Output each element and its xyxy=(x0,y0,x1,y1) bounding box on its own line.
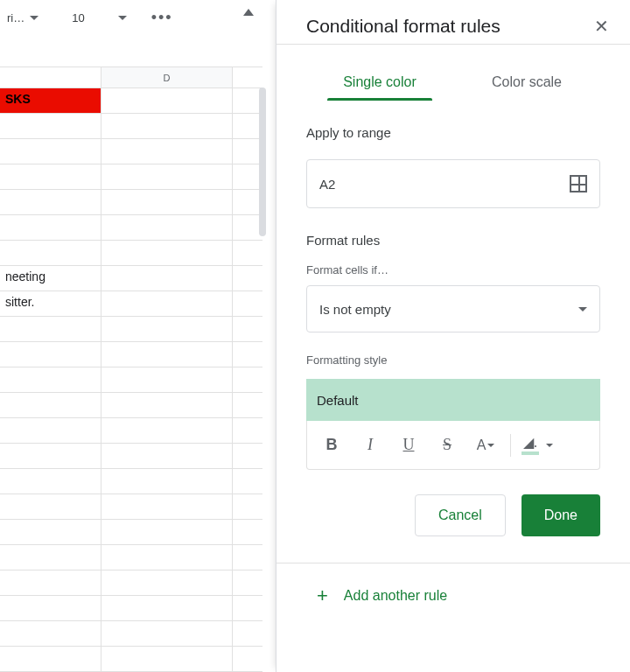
cell[interactable] xyxy=(102,291,233,316)
panel-title: Conditional format rules xyxy=(306,16,500,37)
table-row[interactable] xyxy=(0,190,262,215)
cell[interactable] xyxy=(0,342,102,367)
column-header-D[interactable]: D xyxy=(102,67,233,88)
cell[interactable] xyxy=(102,317,233,341)
cell[interactable] xyxy=(102,494,233,519)
table-row[interactable] xyxy=(0,520,262,545)
table-row[interactable] xyxy=(0,621,262,647)
cell[interactable] xyxy=(0,190,102,214)
text-color-button[interactable]: A xyxy=(468,429,503,462)
font-family-value: ri… xyxy=(7,11,24,24)
font-size-dropdown[interactable]: 10 xyxy=(65,11,133,24)
cell[interactable] xyxy=(0,494,102,519)
cell[interactable] xyxy=(102,418,233,443)
table-row[interactable] xyxy=(0,418,262,444)
table-row[interactable]: SKS xyxy=(0,88,262,114)
cell[interactable] xyxy=(0,215,102,240)
table-row[interactable] xyxy=(0,647,262,672)
tab-single-color[interactable]: Single color xyxy=(306,67,453,101)
table-row[interactable]: neeting xyxy=(0,266,262,291)
cell[interactable] xyxy=(0,570,102,595)
cell[interactable] xyxy=(0,164,102,189)
table-row[interactable] xyxy=(0,494,262,520)
cancel-button[interactable]: Cancel xyxy=(415,494,506,536)
table-row[interactable] xyxy=(0,444,262,469)
cell[interactable] xyxy=(0,418,102,443)
cell[interactable] xyxy=(102,520,233,544)
condition-value: Is not empty xyxy=(319,302,391,317)
tab-color-scale[interactable]: Color scale xyxy=(453,67,600,101)
cell[interactable] xyxy=(102,647,233,671)
vertical-scrollbar[interactable] xyxy=(259,88,266,236)
range-input[interactable]: A2 xyxy=(306,159,600,208)
collapse-toolbar-icon[interactable] xyxy=(243,9,254,16)
cell[interactable] xyxy=(102,139,233,164)
cell[interactable] xyxy=(102,393,233,417)
formatting-style-label: Formatting style xyxy=(306,354,600,367)
cell[interactable] xyxy=(0,444,102,468)
table-row[interactable] xyxy=(0,545,262,570)
cell[interactable] xyxy=(102,342,233,367)
cell[interactable] xyxy=(102,469,233,494)
table-row[interactable] xyxy=(0,596,262,621)
cell[interactable]: sitter. xyxy=(0,291,102,316)
panel-tabs: Single color Color scale xyxy=(306,67,600,101)
cell[interactable] xyxy=(102,164,233,189)
table-row[interactable] xyxy=(0,342,262,368)
cell[interactable]: SKS xyxy=(0,88,102,113)
table-row[interactable] xyxy=(0,215,262,241)
cell[interactable] xyxy=(0,469,102,494)
cell[interactable] xyxy=(102,368,233,392)
plus-icon: + xyxy=(317,584,328,607)
add-another-rule-button[interactable]: + Add another rule xyxy=(306,564,600,607)
table-row[interactable] xyxy=(0,469,262,494)
condition-select[interactable]: Is not empty xyxy=(306,285,600,332)
cell[interactable] xyxy=(102,241,233,265)
cell[interactable] xyxy=(0,393,102,417)
cell[interactable] xyxy=(0,520,102,544)
caret-down-icon xyxy=(546,444,553,447)
cell[interactable] xyxy=(0,139,102,164)
done-button[interactable]: Done xyxy=(522,494,600,536)
cell[interactable] xyxy=(102,545,233,570)
cell[interactable] xyxy=(0,368,102,392)
table-row[interactable] xyxy=(0,393,262,418)
bold-button[interactable]: B xyxy=(314,429,349,462)
strikethrough-button[interactable]: S xyxy=(430,429,465,462)
cell[interactable] xyxy=(0,596,102,620)
table-row[interactable] xyxy=(0,317,262,342)
table-row[interactable] xyxy=(0,570,262,596)
table-row[interactable] xyxy=(0,114,262,139)
table-row[interactable]: sitter. xyxy=(0,291,262,317)
cell[interactable] xyxy=(0,317,102,341)
cell[interactable] xyxy=(0,647,102,671)
style-preview[interactable]: Default xyxy=(306,379,600,421)
cell[interactable] xyxy=(102,88,233,113)
spreadsheet-grid[interactable]: D SKSneetingsitter. xyxy=(0,66,262,672)
cell[interactable] xyxy=(102,621,233,646)
select-range-icon[interactable] xyxy=(570,175,587,192)
table-row[interactable] xyxy=(0,164,262,190)
table-row[interactable] xyxy=(0,139,262,164)
fill-color-button[interactable]: ◢. xyxy=(518,429,553,462)
cell[interactable] xyxy=(0,545,102,570)
underline-button[interactable]: U xyxy=(391,429,426,462)
close-icon[interactable]: ✕ xyxy=(594,18,609,35)
cell[interactable] xyxy=(102,215,233,240)
table-row[interactable] xyxy=(0,368,262,393)
cell[interactable] xyxy=(0,114,102,138)
cell[interactable] xyxy=(102,570,233,595)
cell[interactable] xyxy=(0,621,102,646)
caret-down-icon xyxy=(578,307,587,312)
cell[interactable] xyxy=(102,596,233,620)
cell[interactable]: neeting xyxy=(0,266,102,290)
font-family-dropdown[interactable]: ri… xyxy=(4,11,42,24)
cell[interactable] xyxy=(102,114,233,138)
cell[interactable] xyxy=(102,266,233,290)
italic-button[interactable]: I xyxy=(353,429,388,462)
cell[interactable] xyxy=(102,444,233,468)
cell[interactable] xyxy=(102,190,233,214)
table-row[interactable] xyxy=(0,241,262,266)
cell[interactable] xyxy=(0,241,102,265)
more-options-button[interactable]: ••• xyxy=(151,9,173,27)
